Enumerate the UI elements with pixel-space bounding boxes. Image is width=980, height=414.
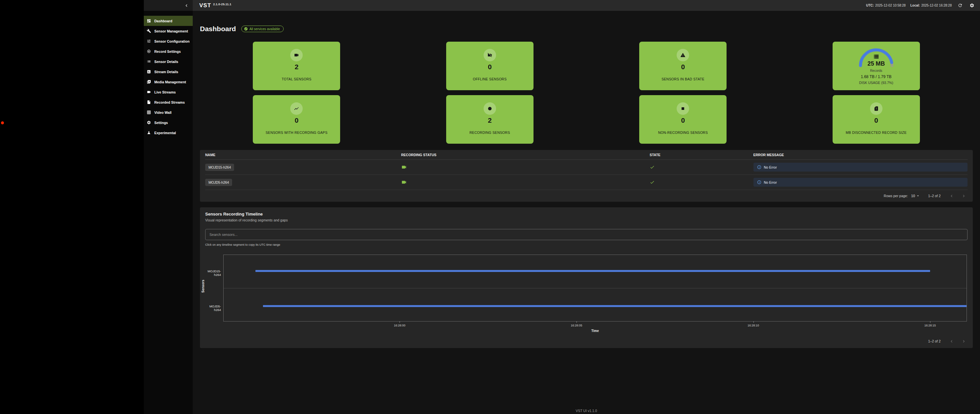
local-clock: Local:2025-12-02 16:28:28 bbox=[910, 3, 952, 7]
error-message-text: No Error bbox=[764, 181, 777, 184]
caret-down-icon bbox=[916, 194, 920, 198]
stat-card-total-sensors: 2TOTAL SENSORS bbox=[253, 42, 340, 90]
card-label: SENSORS WITH RECORDING GAPS bbox=[253, 130, 340, 135]
bar-chart-icon bbox=[147, 70, 151, 74]
videocam-off-icon bbox=[487, 52, 492, 58]
timeline-panel: Sensors Recording Timeline Visual repres… bbox=[200, 207, 973, 348]
recording-segment-bar[interactable] bbox=[255, 270, 930, 272]
rows-per-page-select[interactable]: 10 bbox=[911, 194, 920, 198]
rows-per-page-label: Rows per page: bbox=[884, 194, 908, 198]
sidebar-item-recorded-streams[interactable]: Recorded Streams bbox=[144, 97, 193, 107]
card-label: SENSORS IN BAD STATE bbox=[639, 77, 727, 81]
card-value: 0 bbox=[833, 116, 920, 124]
x-axis-tick bbox=[399, 321, 400, 323]
sidebar-item-stream-details[interactable]: Stream Details bbox=[144, 67, 193, 77]
card-value: 0 bbox=[639, 116, 727, 124]
sidebar-item-media-management[interactable]: Media Management bbox=[144, 77, 193, 87]
column-header: STATE bbox=[650, 153, 754, 157]
column-header: NAME bbox=[205, 153, 401, 157]
chart-plot-area: Time 16:28:0016:28:0516:28:1016:28:15 bbox=[223, 255, 967, 322]
card-label: RECORDING SENSORS bbox=[446, 130, 533, 135]
sidebar-item-label: Live Streams bbox=[154, 90, 176, 94]
sidebar-item-record-settings[interactable]: Record Settings bbox=[144, 46, 193, 56]
card-value: 0 bbox=[253, 116, 340, 124]
card-icon-circle bbox=[484, 102, 496, 115]
chart-row-label: MOJD5-h264 bbox=[205, 305, 221, 312]
wrench-icon bbox=[147, 29, 151, 33]
main-content: Dashboard All services available 2TOTAL … bbox=[193, 11, 980, 414]
x-axis-tick bbox=[576, 321, 577, 323]
sidebar-item-experimental[interactable]: Experimental bbox=[144, 128, 193, 138]
app-version: 2.1.0-25.11.1 bbox=[213, 2, 231, 6]
sidebar-item-live-streams[interactable]: Live Streams bbox=[144, 87, 193, 97]
sidebar-item-label: Video Wall bbox=[154, 111, 172, 114]
collapse-sidebar-button[interactable] bbox=[183, 2, 190, 9]
sidebar-item-label: Experimental bbox=[154, 131, 176, 135]
card-sublabel: Records bbox=[833, 69, 920, 73]
utc-clock: UTC:2025-12-02 10:58:28 bbox=[866, 3, 906, 7]
card-label: OFFLINE SENSORS bbox=[446, 77, 533, 81]
stat-card-sensors-in-bad-state: 0SENSORS IN BAD STATE bbox=[639, 42, 727, 90]
red-indicator-dot bbox=[1, 121, 4, 124]
column-header: ERROR MESSAGE bbox=[754, 153, 968, 157]
stat-card-mb-disconnected-record-size: 0MB DISCONNECTED RECORD SIZE bbox=[833, 95, 920, 144]
warning-icon bbox=[680, 52, 686, 58]
sidebar-item-sensor-configuration[interactable]: Sensor Configuration bbox=[144, 36, 193, 46]
videocam-icon bbox=[147, 90, 151, 94]
sidebar-item-label: Sensor Details bbox=[154, 60, 178, 63]
recording-status-icon bbox=[401, 179, 650, 185]
timeline-prev-page-button[interactable] bbox=[949, 339, 954, 344]
sensor-name-chip[interactable]: MOJD15-h264 bbox=[205, 164, 234, 171]
record-icon bbox=[147, 49, 151, 54]
gear-icon[interactable] bbox=[968, 2, 975, 9]
top-bar: VST 2.1.0-25.11.1 UTC:2025-12-02 10:58:2… bbox=[144, 0, 980, 11]
sensor-name-chip[interactable]: MOJD5-h264 bbox=[205, 179, 232, 186]
chart-x-axis-label: Time bbox=[591, 329, 599, 333]
timeline-subtitle: Visual representation of recording segme… bbox=[205, 218, 967, 222]
sidebar-item-label: Sensor Configuration bbox=[154, 40, 189, 43]
disk-usage-text: 1.68 TB / 1.79 TB bbox=[833, 75, 920, 79]
error-message-text: No Error bbox=[764, 165, 777, 169]
recording-status-icon bbox=[401, 164, 650, 170]
stat-card-disk-usage: 25 MBRecords1.68 TB / 1.79 TBDISK USAGE … bbox=[833, 42, 920, 90]
status-badge: All services available bbox=[241, 25, 284, 32]
recording-segment-bar[interactable] bbox=[263, 305, 967, 307]
error-message-chip: No Error bbox=[754, 163, 968, 171]
sidebar-item-sensor-details[interactable]: Sensor Details bbox=[144, 56, 193, 67]
trending-icon bbox=[294, 106, 299, 111]
sidebar-item-sensor-management[interactable]: Sensor Management bbox=[144, 26, 193, 36]
timeline-hint: Click on any timeline segment to copy it… bbox=[205, 243, 967, 246]
dashboard-icon bbox=[147, 19, 151, 23]
gear-icon bbox=[147, 121, 151, 125]
timeline-next-page-button[interactable] bbox=[961, 339, 966, 344]
table-pagination: Rows per page: 10 1–2 of 2 bbox=[205, 190, 967, 202]
sidebar-item-settings[interactable]: Settings bbox=[144, 117, 193, 128]
page-title: Dashboard bbox=[200, 25, 236, 33]
stat-card-recording-sensors: 2RECORDING SENSORS bbox=[446, 95, 533, 144]
table-row[interactable]: MOJD15-h264No Error bbox=[205, 160, 967, 175]
search-sensors-input[interactable] bbox=[205, 229, 967, 240]
chart-row-divider bbox=[224, 288, 967, 289]
top-bar-main: VST 2.1.0-25.11.1 UTC:2025-12-02 10:58:2… bbox=[193, 0, 980, 11]
grid-icon bbox=[147, 110, 151, 114]
check-circle-icon bbox=[244, 27, 248, 31]
sidebar-item-video-wall[interactable]: Video Wall bbox=[144, 107, 193, 117]
column-header: RECORDING STATUS bbox=[401, 153, 650, 157]
stat-cards-grid: 2TOTAL SENSORS0OFFLINE SENSORS0SENSORS I… bbox=[200, 42, 973, 144]
sidebar-item-dashboard[interactable]: Dashboard bbox=[144, 16, 193, 26]
prev-page-button[interactable] bbox=[949, 194, 954, 198]
refresh-icon[interactable] bbox=[956, 2, 964, 9]
next-page-button[interactable] bbox=[961, 194, 966, 198]
card-label: DISK USAGE (93.7%) bbox=[833, 81, 920, 85]
card-value: 0 bbox=[446, 63, 533, 71]
sidebar-header bbox=[144, 0, 193, 11]
card-icon-circle bbox=[290, 102, 303, 115]
card-icon-circle bbox=[290, 49, 303, 61]
sensor-table-panel: NAMERECORDING STATUSSTATEERROR MESSAGE M… bbox=[200, 150, 973, 202]
record-dot-icon bbox=[487, 106, 492, 111]
table-row[interactable]: MOJD5-h264No Error bbox=[205, 175, 967, 190]
storage-icon bbox=[873, 54, 879, 59]
chart-y-axis-label: Sensors bbox=[201, 276, 205, 296]
file-icon bbox=[147, 100, 151, 104]
timeline-pagination: 1–2 of 2 bbox=[205, 337, 967, 346]
